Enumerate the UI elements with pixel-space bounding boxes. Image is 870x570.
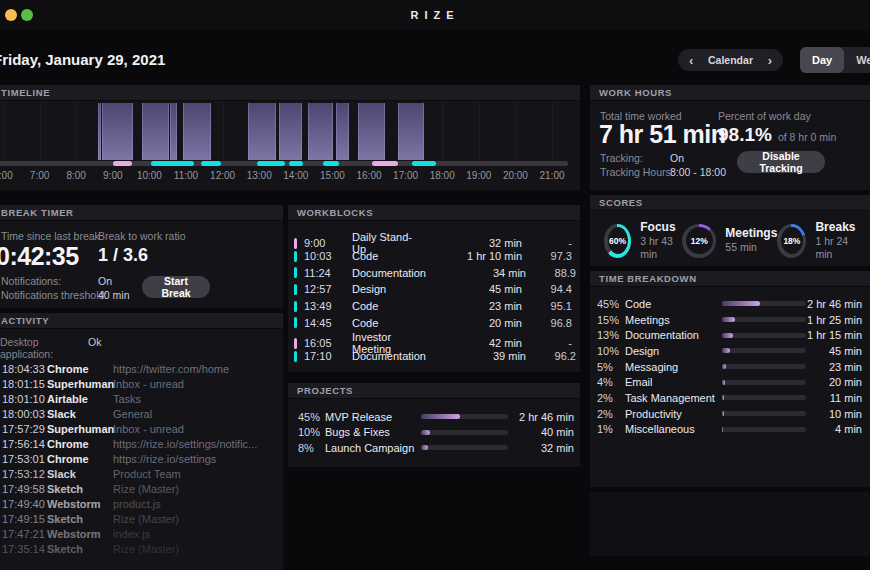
workblock-color-chip <box>294 238 297 249</box>
score-ring-percent: 18% <box>781 227 803 254</box>
timeline-workblock-segment[interactable] <box>412 161 436 166</box>
percent-workday-label: Percent of work day <box>718 110 811 122</box>
workblock-duration: 32 min <box>422 237 522 249</box>
timeline-workblock-segment[interactable] <box>201 161 222 166</box>
timeline-activity-block[interactable] <box>183 103 211 160</box>
time-breakdown-row-time: 45 min <box>806 345 862 357</box>
time-breakdown-row: 2%Productivity10 min <box>590 406 870 422</box>
workblock-time: 9:00 <box>304 237 352 249</box>
timeline-activity-block[interactable] <box>336 103 349 160</box>
timeline-hour-label: 13:00 <box>247 170 272 181</box>
score-time: 1 hr 24 min <box>815 235 860 261</box>
timeline-gridline <box>515 101 516 160</box>
calendar-nav[interactable]: ‹ Calendar › <box>678 49 783 71</box>
timeline-activity-block[interactable] <box>248 103 276 160</box>
activity-app: Webstorm <box>47 528 113 540</box>
time-breakdown-row-percent: 45% <box>597 298 625 310</box>
time-breakdown-row-label: Documentation <box>625 329 722 341</box>
workblock-score: 95.1 <box>522 300 572 312</box>
time-breakdown-row-bar-fill <box>722 380 725 385</box>
tracking-value: On <box>670 152 684 164</box>
project-row-label: Bugs & Fixes <box>325 426 421 438</box>
break-ratio-label: Break to work ratio <box>98 230 186 242</box>
timeline-activity-block[interactable] <box>308 103 333 160</box>
timeline-workblock-segment[interactable] <box>151 161 194 166</box>
time-since-break-label: Time since last break <box>1 230 100 242</box>
activity-detail: General <box>113 408 283 420</box>
workblock-score: 96.8 <box>522 317 572 329</box>
time-breakdown-row-percent: 4% <box>597 376 625 388</box>
timeline-workblock-segment[interactable] <box>289 161 303 166</box>
disable-tracking-button[interactable]: Disable Tracking <box>737 151 825 173</box>
time-breakdown-row-bar-fill <box>722 427 723 432</box>
activity-app: Superhuman <box>47 423 113 435</box>
workblock-row[interactable]: 9:00Daily Stand-Up32 min- <box>288 231 580 248</box>
activity-app: Sketch <box>47 543 113 555</box>
timeline-workblock-segment[interactable] <box>323 161 338 166</box>
time-breakdown-row-percent: 5% <box>597 361 625 373</box>
timeline-workblock-segment[interactable] <box>372 161 398 166</box>
time-breakdown-row: 1%Miscellaneous4 min <box>590 422 870 438</box>
timeline-workblock-segment[interactable] <box>113 161 132 166</box>
chevron-right-icon[interactable]: › <box>768 54 772 67</box>
time-breakdown-row-label: Messaging <box>625 361 722 373</box>
workblock-score: 97.3 <box>522 250 572 262</box>
workblock-color-chip <box>294 251 297 262</box>
activity-panel: ACTIVITY Desktop application: Ok 18:04:3… <box>0 313 283 570</box>
timeline-activity-block[interactable] <box>98 103 101 160</box>
tab-week[interactable]: Week <box>844 47 870 73</box>
timeline-hour-label: 8:00 <box>66 170 85 181</box>
workblocks-panel: WORKBLOCKS 9:00Daily Stand-Up32 min-10:0… <box>288 205 580 372</box>
timeline-hour-label: 19:00 <box>466 170 491 181</box>
activity-detail: https://rize.io/settings <box>113 453 283 465</box>
activity-time: 17:56:14 <box>2 438 47 450</box>
timeline-activity-block[interactable] <box>398 103 424 160</box>
timeline-activity-block[interactable] <box>170 103 177 160</box>
timeline-activity-block[interactable] <box>358 103 385 160</box>
score-item: 18%Breaks1 hr 24 min <box>777 220 860 261</box>
scores-panel: SCORES 60%Focus3 hr 43 min12%Meetings55 … <box>590 195 870 266</box>
start-break-button[interactable]: Start Break <box>142 276 210 298</box>
workblock-row[interactable]: 16:05Investor Meeting42 min- <box>288 331 580 348</box>
activity-row: 17:49:40Webstormproduct.js <box>0 496 283 511</box>
time-breakdown-row-time: 11 min <box>806 392 862 404</box>
workblock-duration: 34 min <box>426 267 526 279</box>
time-breakdown-row-percent: 2% <box>597 408 625 420</box>
workblock-color-chip <box>294 267 297 278</box>
time-breakdown-row-label: Code <box>625 298 722 310</box>
projects-panel-header: PROJECTS <box>288 383 580 399</box>
tab-day[interactable]: Day <box>800 47 844 73</box>
percent-workday-value: 98.1% <box>718 124 772 146</box>
workblock-color-chip <box>294 284 297 295</box>
workblock-row[interactable]: 13:49Code23 min95.1 <box>288 298 580 315</box>
timeline-gridline <box>223 101 224 160</box>
timeline-activity-block[interactable] <box>279 103 302 160</box>
timeline-activity-block[interactable] <box>142 103 169 160</box>
time-breakdown-row-time: 2 hr 46 min <box>806 298 862 310</box>
calendar-button[interactable]: Calendar <box>708 54 753 66</box>
timeline-hour-label: 14:00 <box>283 170 308 181</box>
workblock-score: 96.2 <box>526 350 576 362</box>
time-breakdown-row-label: Meetings <box>625 314 722 326</box>
project-row-bar-track <box>421 430 508 435</box>
activity-time: 17:53:12 <box>2 468 47 480</box>
workblock-row[interactable]: 11:24Documentation34 min88.9 <box>288 264 580 281</box>
activity-time: 17:49:58 <box>2 483 47 495</box>
workblock-row[interactable]: 10:03Code1 hr 10 min97.3 <box>288 248 580 265</box>
project-row: 10%Bugs & Fixes40 min <box>288 425 580 441</box>
activity-app: Superhuman <box>47 378 113 390</box>
workblock-row[interactable]: 17:10Documentation39 min96.2 <box>288 348 580 365</box>
total-time-value: 7 hr 51 min <box>599 120 726 149</box>
workblock-row[interactable]: 12:57Design45 min94.4 <box>288 281 580 298</box>
score-time: 3 hr 43 min <box>640 235 682 261</box>
chevron-left-icon[interactable]: ‹ <box>689 54 693 67</box>
activity-detail: Rize (Master) <box>113 543 283 555</box>
timeline-workblock-segment[interactable] <box>257 161 284 166</box>
time-breakdown-row-bar-fill <box>722 364 726 369</box>
workblock-row[interactable]: 14:45Code20 min96.8 <box>288 314 580 331</box>
timeline-activity-block[interactable] <box>102 103 133 160</box>
activity-row: 17:57:29SuperhumanInbox - unread <box>0 421 283 436</box>
scores-panel-title: SCORES <box>599 197 643 208</box>
timeline-hour-label: 18:00 <box>430 170 455 181</box>
project-row-label: Launch Campaign <box>325 442 421 454</box>
